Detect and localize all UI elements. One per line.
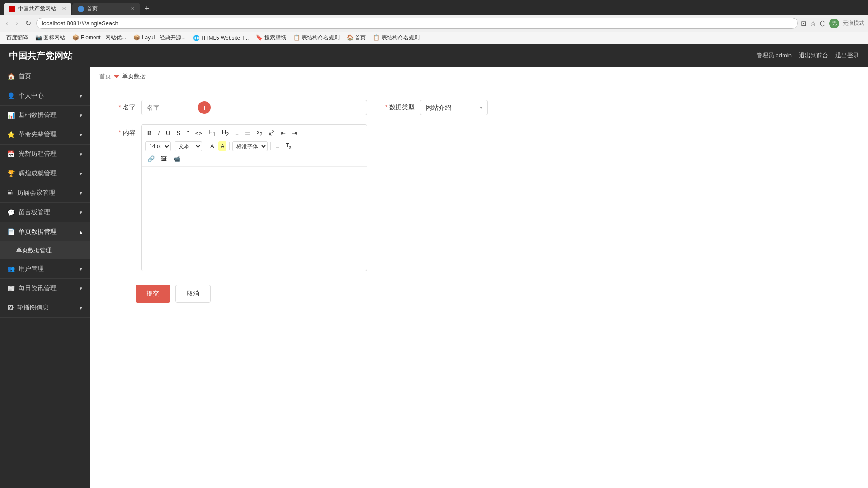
logout-link[interactable]: 退出登录 (835, 52, 859, 60)
sidebar-item-home[interactable]: 🏠 首页 (0, 67, 90, 86)
sidebar-home-label: 首页 (19, 72, 31, 80)
single-page-arrow-icon: ▲ (79, 230, 83, 235)
reload-button[interactable]: ↻ (23, 18, 33, 28)
data-type-label: *数据类型 (385, 103, 415, 112)
font-size-select[interactable]: 12px 14px 16px 18px 20px 24px (145, 141, 171, 151)
sidebar-item-congress[interactable]: 🏛 历届会议管理 ▼ (0, 183, 90, 203)
single-page-icon: 📄 (7, 228, 15, 235)
cast-icon[interactable]: ⊡ (801, 19, 807, 28)
bookmark-translate[interactable]: 百度翻译 (4, 33, 31, 42)
breadcrumb: 首页 ❤ 单页数据 (90, 67, 868, 86)
sidebar-item-carousel[interactable]: 🖼 轮播图信息 ▼ (0, 298, 90, 318)
data-type-label-text: 数据类型 (389, 103, 415, 111)
sidebar-personal-label: 个人中心 (19, 92, 44, 100)
bookmark-table2[interactable]: 📋 表结构命名规则 (370, 33, 422, 42)
sidebar-item-achievement[interactable]: 🏆 辉煌成就管理 ▼ (0, 164, 90, 183)
browser-tab-home[interactable]: 首页 ✕ (72, 3, 140, 15)
bookmark-icon[interactable]: ☆ (810, 19, 816, 28)
editor-h2-btn[interactable]: H2 (220, 127, 231, 138)
bookmark-table1[interactable]: 📋 表结构命名规则 (291, 33, 342, 42)
editor-content-area[interactable] (142, 167, 367, 271)
editor-bold-btn[interactable]: B (145, 128, 154, 138)
editor-h1-btn[interactable]: H1 (206, 127, 217, 138)
editor-font-color-btn[interactable]: A (208, 141, 217, 151)
sidebar-single-page-sub[interactable]: 单页数据管理 (0, 242, 90, 259)
editor-italic-btn[interactable]: I (156, 128, 162, 138)
name-label-text: 名字 (123, 103, 136, 111)
achievement-arrow-icon: ▼ (79, 171, 83, 176)
message-arrow-icon: ▼ (79, 210, 83, 215)
browser-tab-active[interactable]: 中国共产党网站 ✕ (4, 3, 71, 15)
content-required-mark: * (119, 129, 121, 136)
sidebar-history-label: 光辉历程管理 (19, 150, 57, 158)
editor-superscript-btn[interactable]: x2 (266, 127, 277, 138)
bookmark-html5[interactable]: 🌐 HTML5 Website T... (190, 34, 251, 42)
carousel-arrow-icon: ▼ (79, 305, 83, 310)
history-arrow-icon: ▼ (79, 152, 83, 157)
bookmark-home[interactable]: 🏠 首页 (344, 33, 368, 42)
editor-subscript-btn[interactable]: x2 (255, 127, 265, 138)
editor-video-btn[interactable]: 📹 (171, 154, 183, 164)
tab-close-icon[interactable]: ✕ (62, 6, 66, 12)
breadcrumb-current: 单页数据 (122, 72, 146, 80)
editor-strikethrough-btn[interactable]: S (174, 128, 183, 138)
editor-container: B I U S " <> H1 H2 ≡ ☰ (141, 124, 367, 271)
editor-indent-left-btn[interactable]: ⇤ (278, 128, 288, 138)
editor-font-bg-btn[interactable]: A (218, 141, 227, 151)
forward-button[interactable]: › (13, 19, 20, 28)
editor-toolbar: B I U S " <> H1 H2 ≡ ☰ (142, 125, 367, 167)
sidebar-user-label: 用户管理 (19, 265, 44, 273)
user-icon: 👥 (7, 265, 15, 272)
profile-icon[interactable]: 无 (829, 19, 839, 28)
new-tab-button[interactable]: + (141, 4, 153, 14)
paragraph-select[interactable]: 文本 标题1 标题2 (175, 141, 202, 151)
sidebar-item-history[interactable]: 📅 光辉历程管理 ▼ (0, 145, 90, 164)
revolution-icon: ⭐ (7, 131, 15, 138)
editor-toolbar-row1: B I U S " <> H1 H2 ≡ ☰ (145, 127, 363, 138)
cancel-button[interactable]: 取消 (175, 285, 211, 303)
sidebar-item-user[interactable]: 👥 用户管理 ▼ (0, 259, 90, 279)
sidebar-item-daily-news[interactable]: 📰 每日资讯管理 ▼ (0, 279, 90, 298)
extension-icon[interactable]: ⬡ (820, 19, 826, 28)
bookmark-wallpaper[interactable]: 🔖 搜索壁纸 (253, 33, 288, 42)
bookmark-layui[interactable]: 📦 Layui - 经典开源... (131, 33, 189, 42)
sidebar-item-basic-data[interactable]: 📊 基础数据管理 ▼ (0, 106, 90, 125)
editor-blockquote-btn[interactable]: " (184, 128, 191, 138)
breadcrumb-home[interactable]: 首页 (99, 72, 111, 80)
admin-info: 管理员 admin (756, 52, 792, 60)
editor-code-btn[interactable]: <> (193, 128, 205, 138)
editor-clear-format-btn[interactable]: Tx (283, 141, 293, 151)
browser-chrome: 中国共产党网站 ✕ 首页 ✕ + (0, 0, 868, 15)
editor-unordered-list-btn[interactable]: ☰ (243, 128, 253, 138)
editor-underline-btn[interactable]: U (164, 128, 172, 138)
editor-divider2 (229, 142, 230, 150)
bookmark-element[interactable]: 📦 Element - 网站优... (70, 33, 129, 42)
editor-indent-right-btn[interactable]: ⇥ (290, 128, 299, 138)
editor-ordered-list-btn[interactable]: ≡ (233, 128, 241, 138)
carousel-icon: 🖼 (7, 304, 14, 311)
bookmark-icons[interactable]: 📷 图标网站 (33, 33, 68, 42)
address-bar[interactable] (36, 18, 798, 29)
editor-divider3 (270, 142, 271, 150)
form-label-content: *内容 (108, 124, 136, 137)
browser-toolbar: ‹ › ↻ ⊡ ☆ ⬡ 无 无痕模式 (0, 15, 868, 32)
goto-frontend-link[interactable]: 退出到前台 (799, 52, 828, 60)
sidebar-carousel-label: 轮播图信息 (17, 304, 49, 312)
sidebar-item-revolution[interactable]: ⭐ 革命先辈管理 ▼ (0, 125, 90, 145)
name-input[interactable] (141, 100, 367, 115)
data-type-required-mark: * (385, 103, 387, 111)
submit-button[interactable]: 提交 (136, 285, 170, 303)
editor-image-btn[interactable]: 🖼 (159, 154, 169, 164)
editor-align-btn[interactable]: ≡ (274, 141, 282, 151)
sidebar-item-personal[interactable]: 👤 个人中心 ▼ (0, 86, 90, 106)
active-tab-label: 中国共产党网站 (18, 5, 56, 13)
sidebar-item-single-page[interactable]: 📄 单页数据管理 ▲ (0, 222, 90, 242)
sidebar-revolution-label: 革命先辈管理 (19, 131, 57, 139)
sidebar-item-message[interactable]: 💬 留言板管理 ▼ (0, 203, 90, 222)
font-family-select[interactable]: 标准字体 宋体 黑体 (232, 141, 268, 151)
editor-link-btn[interactable]: 🔗 (145, 154, 157, 164)
form-actions: 提交 取消 (108, 285, 850, 303)
tab-home-close-icon[interactable]: ✕ (131, 6, 135, 12)
data-type-select[interactable]: 网站介绍 党史介绍 其他 (420, 100, 488, 115)
back-button[interactable]: ‹ (4, 19, 10, 28)
